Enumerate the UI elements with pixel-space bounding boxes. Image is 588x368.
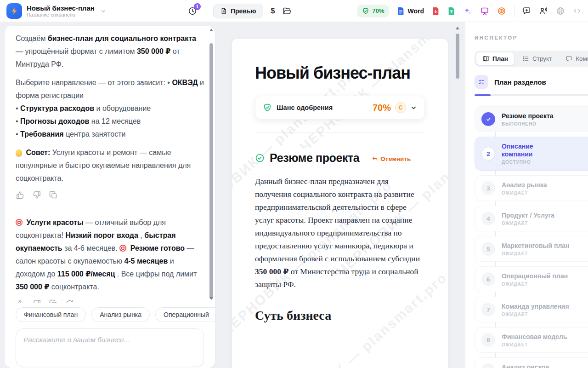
document-icon bbox=[220, 7, 227, 15]
section-item-1[interactable]: Резюме проектаВЫПОЛНЕНО bbox=[475, 106, 588, 132]
team-users-icon[interactable] bbox=[539, 6, 548, 15]
folder-open-icon[interactable] bbox=[283, 6, 292, 16]
item-title: Анализ рынка bbox=[502, 181, 547, 189]
chat-paragraph: Создаём бизнес-план для социального конт… bbox=[16, 32, 205, 71]
divider bbox=[255, 132, 425, 133]
item-number-circle: 9 bbox=[481, 363, 495, 368]
inspector-tabs: План Структ Коммент bbox=[475, 51, 588, 67]
inspector-title: ИНСПЕКТОР bbox=[475, 35, 588, 40]
approval-chance-card[interactable]: Шанс одобрения 70% C bbox=[255, 96, 425, 120]
comment-icon bbox=[565, 55, 572, 62]
approval-label: Шанс одобрения bbox=[277, 104, 333, 111]
item-status: ОЖИДАЕТ bbox=[502, 342, 567, 347]
export-pdf-icon[interactable] bbox=[432, 7, 440, 15]
assistant-message: Услуги красоты — отличный выбор для соцк… bbox=[16, 216, 205, 303]
scroll-down-arrow[interactable] bbox=[209, 297, 213, 300]
app-window: Новый бизнес-план Название сохранено 1 П… bbox=[0, 0, 588, 368]
scrollbar-thumb-end bbox=[209, 290, 213, 294]
section-item-4: 4Продукт / УслугаОЖИДАЕТ bbox=[475, 206, 588, 231]
app-logo bbox=[6, 3, 22, 19]
document-preview: ЧЕРНОВИК — plansmart.pro ЧЕРНОВИК — plan… bbox=[232, 39, 448, 368]
divider bbox=[205, 6, 205, 17]
section-item-5: 5Маркетинговый планОЖИДАЕТ bbox=[475, 236, 588, 262]
chat-input-box[interactable] bbox=[16, 328, 204, 367]
target-emoji-icon bbox=[16, 219, 23, 226]
chat-footer: Финансовый планАнализ рынкаОперационный bbox=[5, 303, 215, 368]
item-title: Финансовая модель bbox=[502, 333, 567, 341]
pricing-dollar-icon[interactable]: $ bbox=[271, 7, 275, 15]
chat-paragraph: Выберите направление — от этого зависит:… bbox=[16, 76, 205, 102]
copy-icon[interactable] bbox=[49, 190, 58, 200]
list-icon bbox=[522, 55, 529, 62]
globe-icon[interactable] bbox=[556, 6, 565, 16]
subsection-heading: Суть бизнеса bbox=[255, 308, 425, 323]
scrollbar-thumb[interactable] bbox=[456, 34, 459, 79]
message-actions bbox=[16, 190, 205, 200]
chat-paragraph: Услуги красоты — отличный выбор для соцк… bbox=[16, 216, 205, 293]
item-number-circle: 6 bbox=[481, 272, 495, 286]
export-excel-icon[interactable] bbox=[447, 7, 455, 15]
tab-plan[interactable]: План bbox=[476, 52, 514, 65]
item-title: Анализ рисков bbox=[502, 363, 549, 368]
thumbs-up-icon[interactable] bbox=[16, 190, 25, 200]
ai-sparkles-icon[interactable] bbox=[463, 6, 472, 16]
chevron-down-icon[interactable] bbox=[100, 8, 107, 14]
thumbs-down-icon[interactable] bbox=[32, 299, 41, 303]
section-title: Резюме проекта bbox=[270, 151, 359, 165]
presentation-icon[interactable] bbox=[480, 6, 489, 16]
item-status: ОЖИДАЕТ bbox=[502, 312, 569, 317]
chat-messages: Создаём бизнес-план для социального конт… bbox=[5, 26, 208, 303]
chevron-down-icon[interactable] bbox=[410, 104, 417, 111]
item-title: Резюме проекта bbox=[502, 112, 554, 120]
suggestion-chips: Финансовый планАнализ рынкаОперационный bbox=[16, 307, 215, 322]
preview-button[interactable]: Превью bbox=[213, 4, 263, 18]
undo-button[interactable]: Отменить bbox=[372, 155, 411, 162]
chat-scrollbar[interactable] bbox=[209, 28, 214, 301]
suggestion-chip[interactable]: Операционный bbox=[155, 307, 215, 322]
plan-sections-list: Резюме проектаВЫПОЛНЕНО2Описание компани… bbox=[475, 106, 588, 368]
item-check-circle bbox=[481, 112, 495, 126]
save-status: Название сохранено bbox=[27, 12, 95, 18]
thumbs-down-icon[interactable] bbox=[32, 190, 41, 200]
item-title: Продукт / Услуга bbox=[502, 212, 554, 219]
section-item-2[interactable]: 2Описание компанииДОСТУПНО bbox=[475, 137, 588, 171]
scrollbar-thumb[interactable] bbox=[209, 43, 213, 299]
chat-paragraph: Совет: Услуги красоты и ремонт — самые п… bbox=[16, 146, 205, 185]
approval-value: 70% bbox=[373, 103, 391, 113]
item-status: ВЫПОЛНЕНО bbox=[502, 121, 554, 126]
document-heading: Новый бизнес-план bbox=[255, 63, 425, 83]
item-number-circle: 3 bbox=[481, 181, 495, 195]
scroll-up-arrow[interactable] bbox=[209, 29, 213, 31]
suggestion-chip[interactable]: Финансовый план bbox=[16, 307, 86, 322]
bulb-emoji-icon bbox=[16, 150, 22, 156]
item-status: ОЖИДАЕТ bbox=[502, 221, 554, 226]
copy-icon[interactable] bbox=[49, 299, 58, 303]
section-item-9: 9Анализ рисковОЖИДАЕТ bbox=[475, 357, 588, 368]
item-number-circle: 2 bbox=[481, 147, 495, 161]
regenerate-icon[interactable] bbox=[65, 299, 74, 303]
tab-comments[interactable]: Коммент bbox=[560, 52, 588, 65]
check-icon bbox=[485, 116, 492, 123]
plan-progress-bar bbox=[475, 94, 588, 96]
scroll-up-arrow[interactable] bbox=[456, 27, 459, 29]
item-number-circle: 7 bbox=[481, 303, 495, 316]
shield-check-icon bbox=[263, 103, 272, 112]
comment-add-icon[interactable] bbox=[522, 6, 531, 15]
item-number-circle: 5 bbox=[481, 242, 495, 256]
document-scrollbar[interactable] bbox=[455, 26, 460, 368]
item-title: Описание компании bbox=[502, 143, 553, 158]
word-doc-icon bbox=[397, 7, 405, 15]
target-icon[interactable] bbox=[497, 6, 506, 16]
code-icon[interactable] bbox=[573, 6, 582, 15]
document-title-block: Новый бизнес-план Название сохранено bbox=[27, 4, 95, 18]
divider bbox=[514, 6, 514, 17]
item-title: Маркетинговый план bbox=[502, 242, 570, 250]
history-clock-icon[interactable]: 1 bbox=[188, 6, 197, 16]
chat-input[interactable] bbox=[23, 336, 196, 344]
suggestion-chip[interactable]: Анализ рынка bbox=[91, 307, 150, 322]
approval-score-badge[interactable]: 70% bbox=[357, 5, 389, 17]
tab-structure[interactable]: Структ bbox=[516, 52, 558, 65]
export-word-button[interactable]: Word bbox=[397, 7, 424, 15]
thumbs-up-icon[interactable] bbox=[16, 299, 25, 303]
section-item-7: 7Команда управленияОЖИДАЕТ bbox=[475, 297, 588, 322]
